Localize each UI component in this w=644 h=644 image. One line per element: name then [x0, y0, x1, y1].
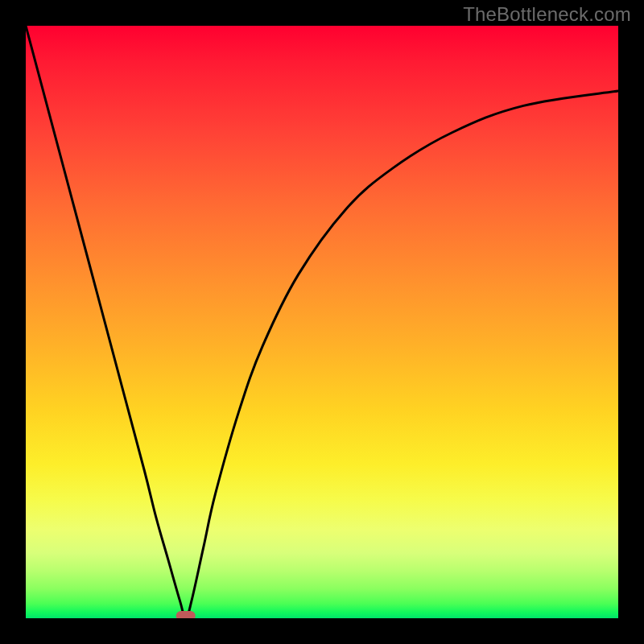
min-point-marker — [176, 611, 196, 618]
curve-layer — [26, 26, 618, 618]
plot-area — [26, 26, 618, 618]
watermark: TheBottleneck.com — [463, 3, 631, 26]
bottleneck-curve — [26, 26, 618, 618]
chart-root: TheBottleneck.com — [0, 0, 644, 644]
